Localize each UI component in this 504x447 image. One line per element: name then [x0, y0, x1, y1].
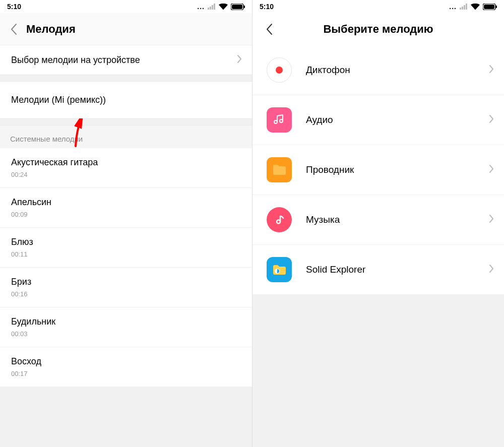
melody-name: Акустическая гитара [11, 157, 98, 168]
back-button[interactable] [6, 22, 21, 37]
more-icon: ... [449, 3, 457, 11]
signal-icon [208, 4, 216, 10]
app-label: Solid Explorer [306, 264, 475, 275]
app-label: Музыка [306, 214, 475, 225]
separator [0, 75, 252, 82]
app-row-music[interactable]: Музыка [253, 195, 504, 245]
recorder-icon [267, 57, 292, 83]
melody-name: Апельсин [11, 197, 51, 208]
svg-rect-2 [212, 5, 213, 10]
header: Мелодия [0, 13, 252, 45]
svg-rect-6 [244, 6, 245, 8]
row-label: Мелодии (Mi (ремикс)) [11, 95, 106, 105]
page-title: Выберите мелодию [323, 23, 433, 36]
music-icon [267, 207, 292, 232]
app-label: Проводник [306, 164, 475, 175]
phone-left: 5:10 ... Мелодия Выбор мелодии на устрой… [0, 0, 252, 447]
svg-rect-13 [496, 6, 497, 8]
app-row-solid-explorer[interactable]: Solid Explorer [253, 245, 504, 294]
empty-space [253, 294, 504, 447]
content: Выбор мелодии на устройстве Мелодии (Mi … [0, 45, 252, 447]
list-item[interactable]: Бриз 00:16 [0, 268, 252, 307]
chevron-right-icon [489, 264, 494, 275]
phone-right: 5:10 ... Выберите мелодию Дикт [252, 0, 504, 447]
app-picker-list: Диктофон Аудио Проводник [253, 45, 504, 294]
section-title: Системные мелодии [0, 125, 252, 148]
back-button[interactable] [262, 22, 277, 37]
row-label: Выбор мелодии на устройстве [11, 55, 140, 66]
chevron-right-icon [489, 65, 494, 76]
app-row-explorer[interactable]: Проводник [253, 145, 504, 195]
svg-rect-10 [466, 4, 467, 10]
svg-rect-8 [462, 7, 463, 10]
melody-duration: 00:11 [11, 250, 33, 258]
wifi-icon [471, 4, 480, 10]
status-time: 5:10 [260, 3, 274, 11]
svg-rect-1 [210, 7, 211, 10]
chevron-right-icon [489, 164, 494, 175]
melody-duration: 00:03 [11, 330, 55, 338]
melody-name: Бриз [11, 277, 31, 287]
app-row-recorder[interactable]: Диктофон [253, 45, 504, 95]
system-melody-list: Акустическая гитара 00:24 Апельсин 00:09… [0, 148, 252, 387]
page-title: Мелодия [26, 23, 76, 36]
chevron-right-icon [489, 214, 494, 225]
svg-rect-7 [460, 8, 461, 10]
svg-rect-0 [208, 8, 209, 10]
content: Диктофон Аудио Проводник [253, 45, 504, 447]
status-right: ... [197, 3, 245, 11]
wifi-icon [219, 4, 228, 10]
row-mi-remix[interactable]: Мелодии (Mi (ремикс)) [0, 82, 252, 118]
melody-duration: 00:17 [11, 370, 41, 377]
melody-duration: 00:09 [11, 211, 51, 218]
melody-name: Блюз [11, 237, 33, 247]
melody-duration: 00:24 [11, 171, 98, 178]
melody-name: Восход [11, 356, 41, 367]
status-time: 5:10 [7, 3, 21, 11]
battery-icon [231, 4, 245, 10]
signal-icon [460, 4, 468, 10]
melody-duration: 00:16 [11, 290, 31, 298]
app-row-audio[interactable]: Аудио [253, 95, 504, 145]
battery-icon [483, 4, 497, 10]
melody-name: Будильник [11, 316, 55, 327]
svg-rect-5 [232, 5, 242, 9]
list-item[interactable]: Будильник 00:03 [0, 307, 252, 347]
svg-rect-3 [214, 4, 215, 10]
chevron-right-icon [237, 54, 242, 66]
folder-icon [267, 157, 292, 182]
list-item[interactable]: Блюз 00:11 [0, 228, 252, 268]
status-bar: 5:10 ... [253, 0, 504, 13]
svg-rect-12 [484, 5, 494, 9]
app-label: Аудио [306, 114, 475, 125]
status-right: ... [449, 3, 497, 11]
chevron-left-icon [266, 23, 273, 35]
status-bar: 5:10 ... [0, 0, 252, 13]
more-icon: ... [197, 3, 205, 11]
audio-icon [267, 107, 292, 133]
solid-explorer-icon [267, 257, 292, 282]
row-device-melody[interactable]: Выбор мелодии на устройстве [0, 45, 252, 75]
chevron-right-icon [489, 114, 494, 125]
list-item[interactable]: Восход 00:17 [0, 347, 252, 387]
chevron-left-icon [10, 23, 17, 35]
separator [0, 118, 252, 125]
app-label: Диктофон [306, 65, 475, 76]
svg-rect-9 [464, 5, 465, 10]
list-item[interactable]: Апельсин 00:09 [0, 188, 252, 228]
list-item[interactable]: Акустическая гитара 00:24 [0, 148, 252, 188]
header: Выберите мелодию [253, 13, 504, 45]
